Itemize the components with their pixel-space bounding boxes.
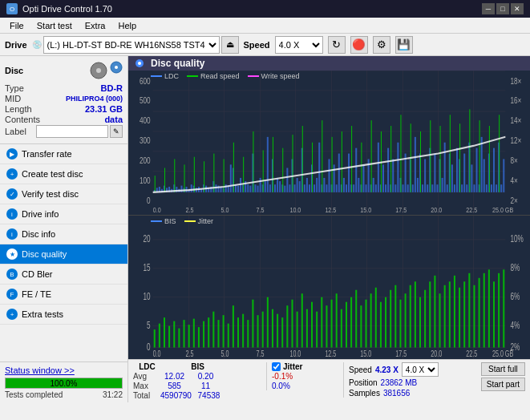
menu-file[interactable]: File (3, 19, 30, 32)
svg-rect-312 (498, 273, 500, 347)
svg-rect-48 (215, 184, 216, 192)
close-button[interactable]: ✕ (511, 3, 524, 14)
status-window-link[interactable]: Status window >> (5, 365, 75, 375)
burn-button[interactable]: 🔴 (350, 36, 368, 54)
eject-button[interactable]: ⏏ (221, 36, 239, 54)
svg-rect-142 (447, 184, 448, 192)
svg-rect-148 (461, 184, 463, 192)
nav-disc-quality[interactable]: ★ Disc quality (0, 244, 127, 265)
svg-rect-286 (370, 293, 372, 347)
drive-select[interactable]: (L:) HL-DT-ST BD-RE WH16NS58 TST4 (43, 36, 220, 54)
svg-rect-309 (483, 273, 485, 347)
svg-rect-80 (294, 184, 296, 192)
svg-rect-156 (481, 137, 483, 192)
svg-rect-260 (242, 313, 244, 347)
top-chart-svg: 600 500 400 300 200 100 0 18× 16× 14× 12… (128, 71, 530, 215)
svg-text:600: 600 (140, 75, 151, 86)
svg-rect-132 (422, 184, 423, 192)
start-full-button[interactable]: Start full (481, 362, 525, 376)
nav-icon-bler: B (6, 269, 18, 280)
start-part-button[interactable]: Start part (481, 378, 525, 391)
svg-rect-291 (394, 285, 396, 347)
svg-rect-69 (267, 137, 269, 192)
stats-ldc-total: 4590790 (160, 391, 192, 400)
svg-text:6%: 6% (510, 291, 520, 301)
svg-rect-289 (385, 297, 386, 347)
svg-rect-129 (415, 137, 416, 192)
svg-rect-269 (286, 305, 288, 347)
disc-contents-value: data (104, 115, 123, 124)
nav-extra-tests[interactable]: + Extra tests (0, 305, 127, 325)
refresh-button[interactable]: ↻ (328, 36, 346, 54)
svg-rect-262 (252, 299, 253, 347)
disc-type-value: BD-R (101, 83, 123, 93)
svg-rect-294 (410, 285, 411, 347)
drive-label: Drive (5, 40, 27, 50)
svg-rect-284 (360, 305, 362, 347)
speed-label-stats: Speed (349, 365, 372, 374)
svg-rect-313 (503, 269, 504, 347)
speed-select[interactable]: 4.0 X (275, 36, 323, 54)
svg-text:300: 300 (140, 135, 151, 146)
svg-rect-281 (346, 301, 347, 347)
svg-text:4×: 4× (510, 176, 517, 186)
title-bar: O Opti Drive Control 1.70 ─ □ ✕ (0, 0, 530, 18)
nav-drive-info[interactable]: i Drive info (0, 204, 127, 224)
save-button[interactable]: 💾 (395, 36, 413, 54)
svg-rect-201 (499, 115, 500, 192)
stats-ldc-avg: 12.02 (160, 372, 188, 381)
svg-text:7.5: 7.5 (257, 205, 265, 214)
speed-select-stats[interactable]: 4.0 X (402, 362, 439, 377)
legend-jitter: Jitter (198, 217, 214, 225)
svg-rect-122 (397, 143, 399, 192)
menu-start-test[interactable]: Start test (30, 19, 79, 32)
svg-point-5 (138, 62, 141, 65)
menu-help[interactable]: Help (111, 19, 143, 32)
svg-rect-77 (286, 168, 288, 192)
minimize-button[interactable]: ─ (482, 3, 495, 14)
svg-rect-57 (237, 186, 239, 192)
svg-rect-191 (400, 115, 401, 192)
nav-disc-info[interactable]: i Disc info (0, 224, 127, 244)
stats-bis-max: 11 (192, 382, 220, 390)
svg-rect-175 (243, 157, 244, 192)
nav-verify-test-disc[interactable]: ✓ Verify test disc (0, 184, 127, 204)
svg-rect-65 (257, 186, 259, 192)
svg-rect-104 (353, 184, 354, 192)
nav-label-fete: FE / TE (22, 289, 51, 299)
svg-rect-81 (297, 178, 298, 192)
svg-rect-145 (454, 184, 455, 192)
nav-label-disc: Disc info (22, 229, 55, 239)
svg-rect-299 (434, 275, 435, 347)
svg-text:18×: 18× (510, 75, 521, 86)
maximize-button[interactable]: □ (496, 3, 509, 14)
nav-create-test-disc[interactable]: + Create test disc (0, 164, 127, 184)
svg-rect-306 (468, 273, 470, 347)
svg-rect-94 (328, 159, 330, 192)
chart-header-icon (135, 59, 144, 68)
svg-rect-307 (473, 285, 475, 347)
svg-rect-96 (334, 164, 335, 192)
menu-extra[interactable]: Extra (79, 19, 112, 32)
svg-rect-249 (188, 325, 190, 347)
svg-rect-93 (326, 184, 327, 192)
nav-cd-bler[interactable]: B CD Bler (0, 265, 127, 285)
disc-label-input[interactable] (36, 125, 108, 138)
nav-fe-te[interactable]: F FE / TE (0, 285, 127, 305)
svg-rect-61 (247, 184, 249, 192)
nav-transfer-rate[interactable]: ▶ Transfer rate (0, 144, 127, 164)
svg-rect-255 (217, 320, 219, 347)
settings-button[interactable]: ⚙ (373, 36, 390, 54)
disc-section-label: Disc (5, 66, 23, 75)
svg-rect-287 (375, 287, 377, 347)
svg-rect-158 (486, 184, 488, 192)
jitter-checkbox[interactable] (272, 362, 281, 371)
svg-rect-271 (297, 311, 298, 347)
svg-rect-126 (407, 184, 409, 192)
nav-label-verify: Verify test disc (22, 189, 79, 199)
disc-label-edit-button[interactable]: ✎ (110, 125, 123, 138)
stats-total-label: Total (133, 391, 157, 400)
chart-header: Disc quality (128, 56, 530, 71)
nav-label-create: Create test disc (22, 169, 83, 179)
svg-rect-161 (493, 148, 495, 192)
